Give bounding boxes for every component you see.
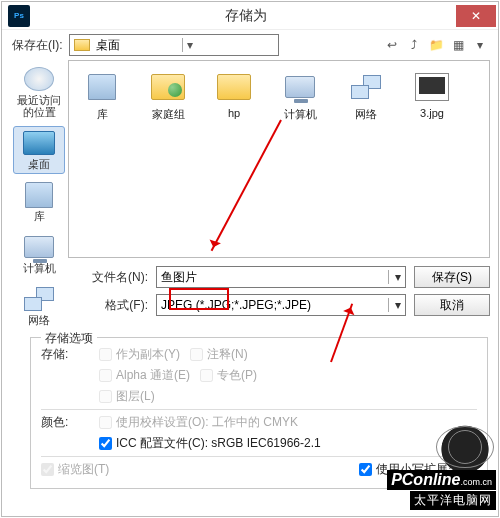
list-item[interactable]: 计算机 (271, 69, 329, 122)
item-label: 库 (97, 107, 108, 122)
places-sidebar: 最近访问的位置 桌面 库 计算机 网络 (10, 60, 68, 331)
sidebar-item-recent[interactable]: 最近访问的位置 (13, 62, 65, 122)
network-icon (351, 75, 381, 99)
chevron-down-icon: ▾ (388, 270, 401, 284)
app-icon: Ps (8, 5, 30, 27)
filename-value: 鱼图片 (161, 269, 197, 286)
item-label: 计算机 (284, 107, 317, 122)
options-legend: 存储选项 (41, 330, 97, 347)
sidebar-item-library[interactable]: 库 (13, 178, 65, 226)
library-icon (25, 182, 53, 208)
item-label: 网络 (355, 107, 377, 122)
list-item[interactable]: hp (205, 69, 263, 119)
sidebar-item-label: 库 (34, 210, 45, 222)
watermark: PConline.com.cn 太平洋电脑网 (387, 424, 496, 510)
alpha-checkbox[interactable]: Alpha 通道(E) (99, 367, 190, 384)
color-sub-label: 颜色: (41, 414, 89, 431)
save-in-value: 桌面 (96, 37, 183, 54)
save-in-select[interactable]: 桌面 ▾ (69, 34, 279, 56)
globe-icon (434, 424, 496, 470)
network-icon (24, 287, 54, 311)
file-listing[interactable]: 库 家庭组 hp 计算机 网络 (68, 60, 490, 258)
format-value: JPEG (*.JPG;*.JPEG;*.JPE) (161, 298, 311, 312)
chevron-down-icon: ▾ (388, 298, 401, 312)
layers-checkbox[interactable]: 图层(L) (99, 388, 155, 405)
save-sub-label: 存储: (41, 346, 89, 363)
save-button[interactable]: 保存(S) (414, 266, 490, 288)
sidebar-item-label: 计算机 (23, 262, 56, 274)
item-label: hp (228, 107, 240, 119)
view-icon[interactable]: ▦ (450, 37, 466, 53)
menu-icon[interactable]: ▾ (472, 37, 488, 53)
format-select[interactable]: JPEG (*.JPG;*.JPEG;*.JPE) ▾ (156, 294, 406, 316)
filename-input[interactable]: 鱼图片 ▾ (156, 266, 406, 288)
notes-checkbox[interactable]: 注释(N) (190, 346, 248, 363)
computer-icon (24, 236, 54, 258)
window-title: 存储为 (36, 7, 456, 25)
folder-icon (217, 74, 251, 100)
new-folder-icon[interactable]: 📁 (428, 37, 444, 53)
library-icon (88, 74, 116, 100)
sidebar-item-computer[interactable]: 计算机 (13, 230, 65, 278)
sidebar-item-label: 网络 (28, 314, 50, 326)
item-label: 3.jpg (420, 107, 444, 119)
list-item[interactable]: 3.jpg (403, 69, 461, 119)
filename-label: 文件名(N): (68, 269, 148, 286)
up-icon[interactable]: ⤴ (406, 37, 422, 53)
desktop-icon (23, 131, 55, 155)
recent-icon (24, 67, 54, 91)
close-button[interactable]: ✕ (456, 5, 496, 27)
icc-checkbox[interactable]: ICC 配置文件(C): sRGB IEC61966-2.1 (99, 435, 321, 452)
homegroup-icon (151, 74, 185, 100)
image-thumb-icon (415, 73, 449, 101)
sidebar-item-desktop[interactable]: 桌面 (13, 126, 65, 174)
item-label: 家庭组 (152, 107, 185, 122)
sidebar-item-label: 最近访问的位置 (13, 94, 65, 118)
folder-icon (74, 39, 90, 51)
close-icon: ✕ (471, 9, 481, 23)
computer-icon (285, 76, 315, 98)
spot-checkbox[interactable]: 专色(P) (200, 367, 257, 384)
as-copy-checkbox[interactable]: 作为副本(Y) (99, 346, 180, 363)
thumbnail-checkbox[interactable]: 缩览图(T) (41, 461, 109, 478)
proof-checkbox[interactable]: 使用校样设置(O): 工作中的 CMYK (99, 414, 298, 431)
list-item[interactable]: 库 (73, 69, 131, 122)
save-in-label: 保存在(I): (12, 37, 63, 54)
list-item[interactable]: 家庭组 (139, 69, 197, 122)
chevron-down-icon: ▾ (182, 38, 274, 52)
cancel-button[interactable]: 取消 (414, 294, 490, 316)
list-item[interactable]: 网络 (337, 69, 395, 122)
format-label: 格式(F): (68, 297, 148, 314)
sidebar-item-label: 桌面 (28, 158, 50, 170)
back-icon[interactable]: ↩ (384, 37, 400, 53)
sidebar-item-network[interactable]: 网络 (13, 282, 65, 330)
